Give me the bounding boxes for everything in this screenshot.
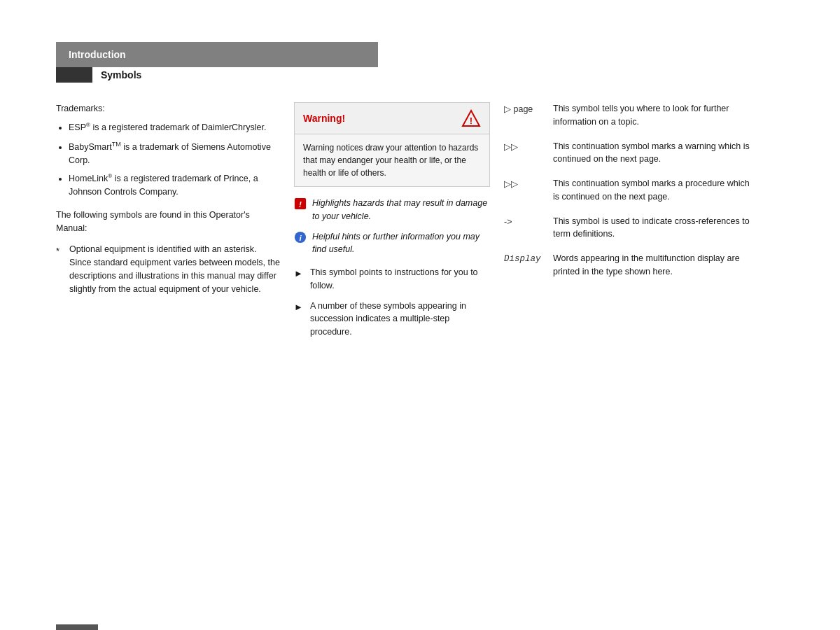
arrow-desc-1: This symbol points to instructions for y… (310, 266, 490, 293)
trademarks-label: Trademarks: (56, 102, 280, 115)
warning-header: Warning! ! (295, 103, 489, 134)
asterisk-description: Optional equipment is identified with an… (69, 243, 280, 295)
warning-title: Warning! (303, 113, 345, 124)
arrow-symbol-1: ► (294, 266, 303, 281)
section-bar-row: Symbols (56, 67, 840, 83)
left-column: Trademarks: ESP® is a registered tradema… (56, 102, 294, 346)
right-row-3: -> This symbol is used to indicate cross… (504, 215, 756, 241)
right-desc-dd1: This continuation symbol marks a warning… (553, 140, 756, 167)
svg-text:!: ! (299, 200, 302, 209)
header-title: Introduction (69, 49, 126, 60)
arrow-item-1: ► This symbol points to instructions for… (294, 266, 490, 293)
warning-box: Warning! ! Warning notices draw your att… (294, 102, 490, 187)
trademarks-list: ESP® is a registered trademark of Daimle… (56, 121, 280, 199)
arrow-item-2: ► A number of these symbols appearing in… (294, 300, 490, 339)
section-label: Symbols (92, 67, 141, 83)
arrow-desc-2: A number of these symbols appearing in s… (310, 300, 490, 339)
content-area: Trademarks: ESP® is a registered tradema… (56, 102, 840, 346)
warning-triangle-icon: ! (461, 108, 481, 128)
page-wrapper: Introduction Symbols Trademarks: ESP® is… (0, 42, 840, 630)
info-row: i Helpful hints or further information y… (294, 230, 490, 257)
header-bar: Introduction (56, 42, 378, 67)
caution-row: ! Highlights hazards that may result in … (294, 197, 490, 223)
right-sym-arrow: -> (504, 215, 553, 229)
list-item: BabySmartTM is a trademark of Siemens Au… (69, 140, 280, 167)
right-desc-dd2: This continuation symbol marks a procedu… (553, 177, 756, 204)
section-black-bar (56, 67, 92, 83)
svg-text:!: ! (470, 115, 472, 126)
right-sym-dd2: ▷▷ (504, 177, 553, 191)
middle-column: Warning! ! Warning notices draw your att… (294, 102, 504, 346)
caution-icon: ! (294, 197, 307, 210)
right-sym-display: Display (504, 252, 553, 266)
right-row-0: ▷ page This symbol tells you where to lo… (504, 102, 756, 129)
right-desc-display: Words appearing in the multifunction dis… (553, 252, 756, 279)
info-text: Helpful hints or further information you… (312, 230, 490, 257)
page-number-box: 16 (56, 624, 98, 630)
info-icon: i (294, 231, 307, 244)
list-item: ESP® is a registered trademark of Daimle… (69, 121, 280, 134)
asterisk-symbol: * (56, 243, 59, 295)
right-desc-page: This symbol tells you where to look for … (553, 102, 756, 129)
list-item: HomeLink® is a registered trademark of P… (69, 172, 280, 199)
right-sym-dd1: ▷▷ (504, 140, 553, 154)
asterisk-row: * Optional equipment is identified with … (56, 243, 280, 295)
following-text: The following symbols are found in this … (56, 209, 280, 235)
right-sym-page: ▷ page (504, 102, 553, 116)
caution-text: Highlights hazards that may result in da… (312, 197, 490, 223)
right-row-1: ▷▷ This continuation symbol marks a warn… (504, 140, 756, 167)
right-row-4: Display Words appearing in the multifunc… (504, 252, 756, 279)
right-column: ▷ page This symbol tells you where to lo… (504, 102, 756, 346)
right-row-2: ▷▷ This continuation symbol marks a proc… (504, 177, 756, 204)
warning-body: Warning notices draw your attention to h… (295, 134, 489, 186)
right-desc-arrow: This symbol is used to indicate cross-re… (553, 215, 756, 241)
arrow-symbol-2: ► (294, 300, 303, 314)
